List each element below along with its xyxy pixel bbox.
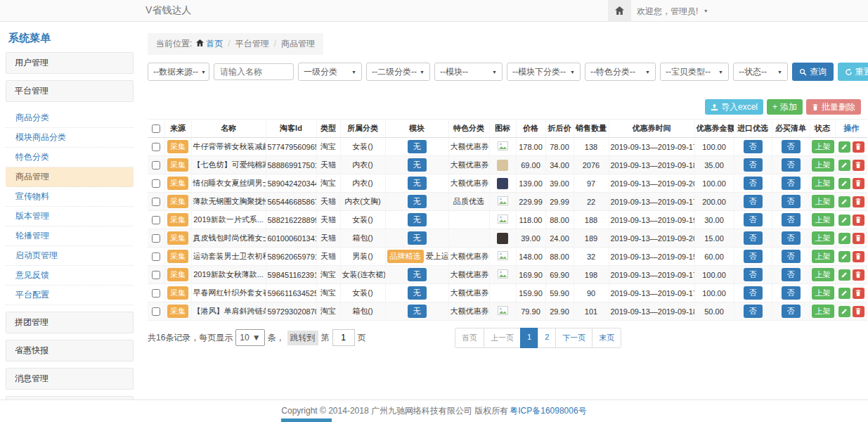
reset-button[interactable]: 重置 <box>838 63 868 81</box>
import-excel-button[interactable]: 导入excel <box>705 99 763 115</box>
row-checkbox[interactable] <box>152 271 160 279</box>
delete-button[interactable] <box>853 269 864 281</box>
edit-button[interactable] <box>838 196 850 207</box>
page-input[interactable] <box>332 329 355 346</box>
module-none-badge[interactable]: 无 <box>408 140 427 153</box>
must-buy-toggle[interactable]: 否 <box>782 195 801 208</box>
imported-toggle[interactable]: 否 <box>744 250 763 263</box>
filter-select[interactable]: --状态--▼ <box>733 63 788 81</box>
sidebar-item[interactable]: 意见反馈 <box>6 266 134 286</box>
must-buy-toggle[interactable]: 否 <box>782 286 801 300</box>
row-checkbox[interactable] <box>152 307 160 316</box>
edit-button[interactable] <box>838 269 850 281</box>
delete-button[interactable] <box>853 160 864 171</box>
status-button[interactable]: 上架 <box>812 268 834 281</box>
edit-button[interactable] <box>838 215 850 226</box>
module-none-badge[interactable]: 无 <box>408 177 427 190</box>
sidebar-item[interactable]: 轮播管理 <box>6 226 134 246</box>
edit-button[interactable] <box>838 306 850 317</box>
imported-toggle[interactable]: 否 <box>744 158 763 172</box>
pager-item[interactable]: 2 <box>538 328 556 348</box>
sidebar-item[interactable]: 宣传物料 <box>6 187 134 207</box>
status-button[interactable]: 上架 <box>812 158 834 172</box>
imported-toggle[interactable]: 否 <box>744 213 763 226</box>
imported-toggle[interactable]: 否 <box>744 231 763 245</box>
sidebar-group[interactable]: 省惠快报 <box>6 340 134 362</box>
jump-button[interactable]: 跳转到 <box>287 331 318 345</box>
edit-button[interactable] <box>838 141 850 153</box>
delete-button[interactable] <box>853 196 864 207</box>
filter-select[interactable]: --二级分类--▼ <box>366 63 430 81</box>
breadcrumb-home-link[interactable]: 首页 <box>206 39 223 49</box>
filter-select[interactable]: --特色分类--▼ <box>585 63 656 81</box>
sidebar-group[interactable]: 消息管理 <box>6 368 134 390</box>
pager-item[interactable]: 末页 <box>592 328 621 348</box>
must-buy-toggle[interactable]: 否 <box>782 268 801 281</box>
sidebar-group[interactable]: 平台管理 <box>6 80 134 102</box>
delete-button[interactable] <box>853 288 864 299</box>
add-button[interactable]: +添加 <box>767 99 803 115</box>
sidebar-item[interactable]: 商品分类 <box>6 108 134 128</box>
user-menu[interactable]: 欢迎您，管理员! ▼ <box>637 6 708 18</box>
delete-button[interactable] <box>853 141 864 153</box>
sidebar-item[interactable]: 版本管理 <box>6 207 134 226</box>
home-button[interactable] <box>608 0 631 21</box>
sidebar-group[interactable]: 用户管理 <box>6 52 134 74</box>
sidebar-item[interactable]: 启动页管理 <box>6 246 134 266</box>
status-button[interactable]: 上架 <box>812 231 834 245</box>
imported-toggle[interactable]: 否 <box>744 140 763 153</box>
delete-button[interactable] <box>853 178 864 189</box>
filter-select[interactable]: --数据来源--▼ <box>148 63 209 81</box>
delete-button[interactable] <box>853 306 864 317</box>
status-button[interactable]: 上架 <box>812 177 834 190</box>
module-none-badge[interactable]: 无 <box>408 213 427 226</box>
imported-toggle[interactable]: 否 <box>744 268 763 281</box>
batch-delete-button[interactable]: 批量删除 <box>806 99 861 115</box>
delete-button[interactable] <box>853 233 864 244</box>
row-checkbox[interactable] <box>152 143 160 151</box>
edit-button[interactable] <box>838 288 850 299</box>
must-buy-toggle[interactable]: 否 <box>782 158 801 172</box>
imported-toggle[interactable]: 否 <box>744 286 763 300</box>
status-button[interactable]: 上架 <box>812 195 834 208</box>
must-buy-toggle[interactable]: 否 <box>782 250 801 263</box>
must-buy-toggle[interactable]: 否 <box>782 140 801 153</box>
row-checkbox[interactable] <box>152 252 160 261</box>
must-buy-toggle[interactable]: 否 <box>782 177 801 190</box>
module-none-badge[interactable]: 无 <box>408 268 427 281</box>
row-checkbox[interactable] <box>152 234 160 243</box>
imported-toggle[interactable]: 否 <box>744 195 763 208</box>
must-buy-toggle[interactable]: 否 <box>782 305 801 318</box>
status-button[interactable]: 上架 <box>812 305 834 318</box>
imported-toggle[interactable]: 否 <box>744 305 763 318</box>
imported-toggle[interactable]: 否 <box>744 177 763 190</box>
status-button[interactable]: 上架 <box>812 286 834 300</box>
module-none-badge[interactable]: 无 <box>408 231 427 245</box>
filter-select[interactable]: 一级分类▼ <box>298 63 362 81</box>
edit-button[interactable] <box>838 251 850 262</box>
search-button[interactable]: 查询 <box>792 63 834 81</box>
filter-select[interactable]: --模块下分类--▼ <box>507 63 581 81</box>
row-checkbox[interactable] <box>152 289 160 298</box>
status-button[interactable]: 上架 <box>812 250 834 263</box>
icp-link[interactable]: 粤ICP备16098006号 <box>510 405 586 417</box>
delete-button[interactable] <box>853 215 864 226</box>
pager-item[interactable]: 下一页 <box>555 328 592 348</box>
sidebar-item[interactable]: 特色分类 <box>6 148 134 167</box>
pager-item-active[interactable]: 1 <box>520 328 538 348</box>
sidebar-item-active[interactable]: 商品管理 <box>6 167 134 187</box>
must-buy-toggle[interactable]: 否 <box>782 213 801 226</box>
row-checkbox[interactable] <box>152 161 160 170</box>
filter-select[interactable]: --模块--▼ <box>434 63 503 81</box>
edit-button[interactable] <box>838 178 850 189</box>
module-none-badge[interactable]: 无 <box>408 158 427 172</box>
edit-button[interactable] <box>838 160 850 171</box>
sidebar-group[interactable]: 拼团管理 <box>6 312 134 333</box>
name-input[interactable] <box>214 63 294 80</box>
sidebar-item[interactable]: 模块商品分类 <box>6 128 134 148</box>
status-button[interactable]: 上架 <box>812 140 834 153</box>
filter-select[interactable]: --宝贝类型--▼ <box>660 63 729 81</box>
select-all-checkbox[interactable] <box>152 124 160 133</box>
must-buy-toggle[interactable]: 否 <box>782 231 801 245</box>
row-checkbox[interactable] <box>152 198 160 206</box>
